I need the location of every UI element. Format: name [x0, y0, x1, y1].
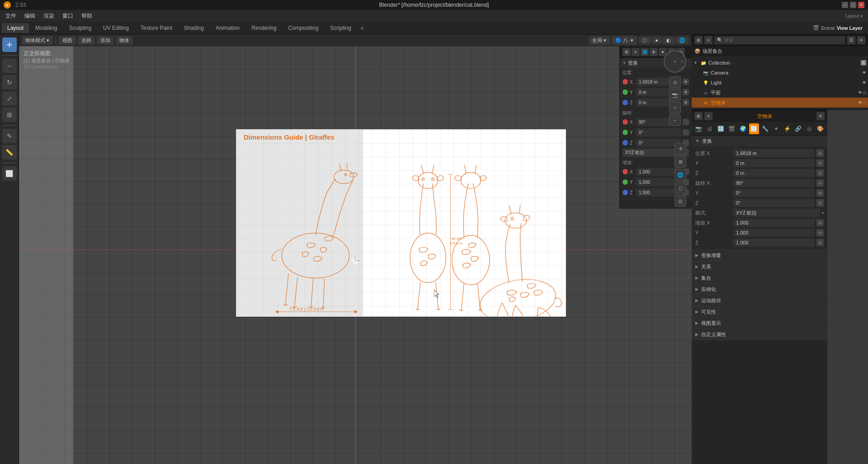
camera-vis-icon[interactable]: 👁	[862, 70, 866, 75]
rp-btn-2[interactable]: ≡	[704, 36, 712, 44]
rp-rot-z-value[interactable]: 0°	[733, 199, 815, 207]
tp-btn-3[interactable]: 🌐	[641, 48, 649, 56]
transform-orientations-btn[interactable]: ⊞	[675, 156, 686, 168]
tab-animation[interactable]: Animation	[210, 23, 245, 33]
viewport-overlays-btn[interactable]: 🌐	[675, 169, 686, 181]
viewport-shading-render[interactable]: 🌐	[675, 37, 689, 44]
select-menu[interactable]: 选择	[78, 36, 95, 45]
tab-scripting[interactable]: Scripting	[325, 23, 357, 33]
props-world-btn[interactable]: 🌍	[738, 123, 748, 134]
add-menu[interactable]: 添加	[97, 36, 114, 45]
rp-viewport-display-header[interactable]: ▶ 视图显示	[692, 318, 827, 328]
maximize-button[interactable]: □	[850, 2, 856, 8]
props-close-btn[interactable]: ✕	[816, 112, 825, 120]
object-menu[interactable]: 物体	[116, 36, 133, 45]
rp-rot-mode-dropdown[interactable]: XYZ 欧拉	[733, 209, 820, 217]
rp-pos-z-copy[interactable]: ⊕	[816, 169, 824, 177]
filter-btn[interactable]: ☰	[847, 36, 855, 44]
props-scene-btn[interactable]: 🎬	[727, 123, 737, 134]
rp-rot-x-copy[interactable]: ⊕	[816, 179, 824, 187]
rp-rot-y-value[interactable]: 0°	[733, 189, 815, 197]
props-btn-2[interactable]: ≡	[704, 112, 712, 120]
rp-scale-y-copy[interactable]: ⊕	[816, 229, 824, 236]
tab-texture-paint[interactable]: Texture Paint	[135, 23, 178, 33]
search-box[interactable]: 🔍 搜索	[714, 36, 845, 44]
tab-shading[interactable]: Shading	[179, 23, 209, 33]
tree-item-empty[interactable]: ⊕ 空物体 👁 ◻	[692, 98, 868, 108]
move-tool[interactable]: ↔	[2, 59, 17, 73]
props-particles-btn[interactable]: ✦	[771, 123, 782, 134]
close-panel-btn[interactable]: ✕	[857, 36, 865, 44]
rp-relations-header[interactable]: ▶ 关系	[692, 261, 827, 272]
tree-item-plane[interactable]: ▱ 平面 👁 ◻	[692, 88, 868, 98]
tab-sculpting[interactable]: Sculpting	[64, 23, 97, 33]
rp-delta-header[interactable]: ▶ 变换增量	[692, 250, 827, 261]
rp-instancing-header[interactable]: ▶ 实例化	[692, 284, 827, 295]
annotate-tool[interactable]: ✎	[2, 129, 17, 143]
props-material-btn[interactable]: 🎨	[816, 123, 826, 134]
props-output-btn[interactable]: 🖨	[705, 123, 715, 134]
tp-btn-2[interactable]: ≡	[632, 48, 640, 56]
rp-pos-z-value[interactable]: 0 m	[733, 169, 815, 177]
props-object-btn[interactable]: ⬜	[749, 123, 760, 134]
scale-tool[interactable]: ⤢	[2, 91, 17, 106]
rp-pos-x-copy[interactable]: ⊕	[816, 150, 824, 157]
global-dropdown[interactable]: 全局 ▾	[589, 36, 610, 45]
menu-window[interactable]: 窗口	[59, 11, 77, 21]
tab-compositing[interactable]: Compositing	[283, 23, 324, 33]
rp-rot-x-value[interactable]: 90°	[733, 179, 815, 187]
proportional-edit-btn[interactable]: ◎	[675, 195, 686, 207]
props-render-btn[interactable]: 📷	[693, 123, 704, 134]
collection-visibility-icon[interactable]: 👁	[861, 60, 866, 66]
viewport-shading-wire[interactable]: ⬡	[639, 37, 651, 44]
props-view-layer-btn[interactable]: 🔢	[716, 123, 726, 134]
plane-vis-icon[interactable]: 👁	[858, 90, 862, 95]
rp-pos-y-value[interactable]: 0 m	[733, 159, 815, 167]
rp-rot-mode-arrow[interactable]: ▾	[822, 211, 824, 215]
rp-transform-header[interactable]: ▼ 变换	[692, 136, 827, 146]
tree-item-collection[interactable]: ▼ 📁 Collection 👁	[692, 58, 868, 68]
layout-dropdown[interactable]: Layout ▾	[845, 14, 863, 19]
tab-layout[interactable]: Layout	[2, 23, 29, 33]
orbit-gizmo[interactable]: Y X Z	[664, 50, 686, 73]
rp-btn-1[interactable]: ⊞	[694, 36, 703, 44]
empty-vis-icon[interactable]: 👁	[858, 100, 862, 105]
props-btn-1[interactable]: ⊞	[694, 112, 703, 120]
close-button[interactable]: ✕	[858, 2, 864, 8]
perspective-ortho-toggle[interactable]: ⊙	[669, 76, 681, 88]
rp-rot-y-copy[interactable]: ⊕	[816, 189, 824, 197]
rp-rot-z-copy[interactable]: ⊕	[816, 199, 824, 206]
tab-uv-editing[interactable]: UV Editing	[98, 23, 134, 33]
rp-custom-props-header[interactable]: ▶ 自定义属性	[692, 329, 827, 340]
rp-collections-header[interactable]: ▶ 集合	[692, 272, 827, 283]
props-modifier-btn[interactable]: 🔧	[760, 123, 770, 134]
rp-scale-x-copy[interactable]: ⊕	[816, 219, 824, 226]
rp-visibility-header[interactable]: ▶ 可见性	[692, 306, 827, 317]
rp-scale-y-value[interactable]: 1.000	[733, 229, 815, 237]
tree-item-camera[interactable]: 📷 Camera 👁	[692, 68, 868, 78]
minimize-button[interactable]: ─	[842, 2, 848, 8]
rot-y-value[interactable]: 0°	[636, 128, 681, 136]
camera-view-button[interactable]: 📷	[669, 89, 681, 101]
plane-render-icon[interactable]: ◻	[863, 90, 866, 95]
add-cube-tool[interactable]: ⬜	[2, 166, 17, 181]
tree-item-light[interactable]: 💡 Light 👁	[692, 78, 868, 88]
props-constraints-btn[interactable]: 🔗	[793, 123, 804, 134]
snap-dropdown[interactable]: 🔵 八· ▾	[612, 36, 637, 45]
zoom-in-button[interactable]: +	[669, 102, 681, 113]
menu-edit[interactable]: 编辑	[21, 11, 39, 21]
zoom-out-button[interactable]: −	[669, 114, 681, 126]
cursor-mode-btn[interactable]: ✛	[675, 143, 686, 155]
empty-render-icon[interactable]: ◻	[863, 100, 866, 105]
viewport-shading-material[interactable]: ◐	[663, 37, 675, 44]
transform-tool[interactable]: ⊞	[2, 108, 17, 122]
rot-y-copy[interactable]	[683, 129, 689, 136]
rp-pos-y-copy[interactable]: ⊕	[816, 159, 824, 167]
menu-file[interactable]: 文件	[2, 11, 20, 21]
xray-toggle-btn[interactable]: ◻	[675, 182, 686, 194]
menu-help[interactable]: 帮助	[78, 11, 96, 21]
object-mode-dropdown[interactable]: 物体模式 ▾	[22, 36, 53, 45]
scene-name[interactable]: Scene	[821, 25, 835, 31]
rp-motion-paths-header[interactable]: ▶ 运动路径	[692, 295, 827, 306]
tp-btn-4[interactable]: ⊕	[650, 48, 658, 56]
